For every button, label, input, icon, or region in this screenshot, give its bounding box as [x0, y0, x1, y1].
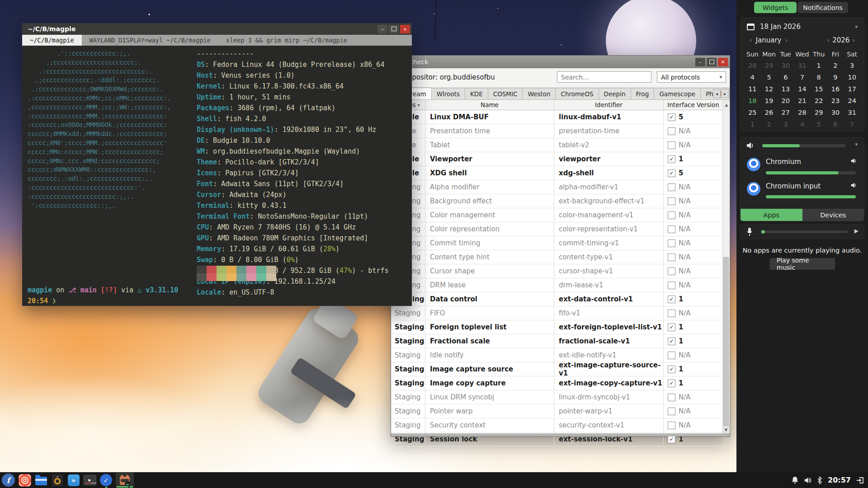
music-app-icon[interactable]	[18, 474, 31, 487]
app-volume-slider[interactable]	[766, 195, 856, 198]
terminal-tab[interactable]: WAYLAND_DISPLAY=wayl ~/C/B/magpie	[82, 35, 218, 46]
protocol-checkbox[interactable]: ✓	[668, 155, 675, 163]
mic-volume-slider[interactable]	[760, 230, 848, 233]
calendar-day[interactable]: 14	[794, 83, 811, 95]
calendar-day[interactable]: 8	[811, 71, 827, 83]
chevron-down-icon[interactable]: ▾	[855, 24, 858, 30]
calendar-day[interactable]: 4	[794, 118, 811, 130]
calendar-day[interactable]: 31	[844, 107, 860, 118]
protocol-checkbox[interactable]: ✓	[668, 436, 675, 443]
protocol-checkbox[interactable]	[668, 211, 675, 219]
kitty-terminal-icon[interactable]	[116, 473, 134, 488]
compositor-tab[interactable]: KDE	[465, 88, 488, 99]
protocol-row[interactable]: StagingForeign toplevel listext-foreign-…	[391, 320, 730, 334]
protocol-row[interactable]: StableLinux DMA-BUFlinux-dmabuf-v1✓5	[391, 110, 730, 124]
protocol-checkbox[interactable]	[668, 225, 675, 233]
calendar-day[interactable]: 30	[827, 107, 844, 118]
calendar-day[interactable]: 25	[744, 107, 761, 118]
app-volume-slider[interactable]	[766, 171, 856, 174]
calendar-day[interactable]: 3	[777, 118, 794, 130]
minimize-button[interactable]: –	[695, 58, 705, 66]
protocol-row[interactable]: StagingIdle notifyext-idle-notify-v1N/A	[391, 348, 730, 362]
calendar-day[interactable]: 22	[811, 95, 827, 107]
protocol-checkbox[interactable]	[668, 267, 675, 275]
calendar-day[interactable]: 23	[827, 95, 844, 107]
scrollbar-thumb[interactable]	[723, 257, 729, 427]
calendar-day[interactable]: 31	[794, 60, 811, 71]
vertical-scrollbar[interactable]: ▼	[722, 109, 729, 433]
window-titlebar[interactable]: wlcheck – ✕	[391, 56, 730, 68]
tab-notifications[interactable]: Notifications	[797, 2, 848, 13]
protocol-row[interactable]: StableXDG shellxdg-shell✓5	[391, 166, 730, 180]
protocol-checkbox[interactable]	[668, 422, 675, 429]
calendar-day[interactable]: 21	[794, 95, 811, 107]
compositor-tab[interactable]: Un	[729, 88, 730, 99]
protocol-checkbox[interactable]	[668, 352, 675, 359]
calendar-day[interactable]: 29	[761, 60, 778, 71]
protocol-checkbox[interactable]	[668, 183, 675, 191]
compositor-tab[interactable]: COSMIC	[488, 88, 523, 99]
protocol-row[interactable]: StagingCursor shapecursor-shape-v1N/A	[391, 264, 730, 278]
protocol-checkbox[interactable]	[668, 282, 675, 289]
compositor-tab[interactable]: Deepin	[599, 88, 631, 99]
tab-widgets[interactable]: Widgets	[754, 2, 797, 13]
calendar-day[interactable]: 20	[777, 95, 794, 107]
search-input[interactable]	[557, 71, 651, 83]
maximize-button[interactable]	[707, 58, 717, 66]
task-app-icon[interactable]: ✓	[99, 474, 113, 487]
minimize-button[interactable]: –	[377, 25, 387, 33]
calendar-day[interactable]: 26	[761, 107, 778, 118]
protocol-checkbox[interactable]	[668, 310, 675, 317]
protocol-row[interactable]: StagingData controlext-data-control-v1✓1	[391, 292, 730, 306]
protocol-row[interactable]: StagingColor managementcolor-management-…	[391, 208, 730, 222]
prev-month-icon[interactable]: ‹	[747, 37, 755, 44]
calendar-header[interactable]: 18 Jan 2026 ▾	[741, 18, 864, 31]
protocol-row[interactable]: StagingImage copy captureext-image-copy-…	[391, 376, 730, 390]
close-button[interactable]: ✕	[718, 58, 728, 66]
expand-right-icon[interactable]: ▶	[854, 228, 859, 234]
calendar-day[interactable]: 5	[811, 118, 827, 130]
protocol-checkbox[interactable]: ✓	[668, 366, 675, 373]
calendar-day[interactable]: 24	[844, 95, 860, 107]
protocol-row[interactable]: StagingPointer warppointer-warp-v1N/A	[391, 404, 730, 418]
calendar-day[interactable]: 1	[744, 118, 761, 130]
logout-icon[interactable]	[856, 476, 864, 484]
calendar-day[interactable]: 1	[811, 60, 827, 71]
calendar-day[interactable]: 7	[844, 118, 860, 130]
protocol-checkbox[interactable]: ✓	[668, 296, 675, 303]
volume-icon[interactable]	[804, 477, 812, 484]
calendar-day[interactable]: 29	[811, 107, 827, 118]
prev-year-icon[interactable]: ‹	[825, 37, 833, 44]
speaker-icon[interactable]	[850, 182, 858, 188]
maximize-button[interactable]	[389, 25, 399, 33]
terminal-tab[interactable]: ~/C/B/magpie	[22, 35, 82, 46]
protocol-checkbox[interactable]	[668, 394, 675, 401]
protocol-row[interactable]: StagingContent type hintcontent-type-v1N…	[391, 250, 730, 264]
speaker-icon[interactable]	[850, 158, 858, 164]
protocol-checkbox[interactable]: ✓	[668, 169, 675, 177]
tab-apps[interactable]: Apps	[741, 209, 802, 221]
next-year-icon[interactable]: ›	[849, 37, 858, 44]
compositor-tab[interactable]: Frog	[631, 88, 655, 99]
calendar-day[interactable]: 11	[744, 83, 761, 95]
compositor-tab[interactable]: Wlroots	[431, 88, 465, 99]
clock[interactable]: 20:57	[828, 476, 851, 484]
calendar-day[interactable]: 12	[761, 83, 778, 95]
protocol-row[interactable]: StagingFIFOfifo-v1N/A	[391, 306, 730, 320]
protocol-row[interactable]: StagingSecurity contextsecurity-context-…	[391, 418, 730, 432]
tab-devices[interactable]: Devices	[802, 209, 864, 221]
protocol-row[interactable]: StableViewporterviewporter✓1	[391, 152, 730, 166]
master-volume-slider[interactable]	[762, 144, 846, 147]
compositor-tab[interactable]: ChromeOS	[555, 88, 599, 99]
protocol-checkbox[interactable]: ✓	[668, 338, 675, 345]
calendar-day[interactable]: 28	[744, 60, 761, 71]
notifications-bell-icon[interactable]	[791, 476, 799, 484]
calendar-day[interactable]: 16	[827, 83, 844, 95]
software-store-icon[interactable]: »	[67, 474, 80, 487]
tab-scroll-right-icon[interactable]: ▸	[721, 89, 729, 98]
mic-volume-handle[interactable]	[761, 230, 765, 234]
protocol-checkbox[interactable]	[668, 127, 675, 135]
chevron-down-icon[interactable]: ▾	[855, 141, 858, 147]
protocol-checkbox[interactable]: ✓	[668, 113, 675, 121]
scrollbar-up-icon[interactable]: ▲	[723, 100, 730, 110]
